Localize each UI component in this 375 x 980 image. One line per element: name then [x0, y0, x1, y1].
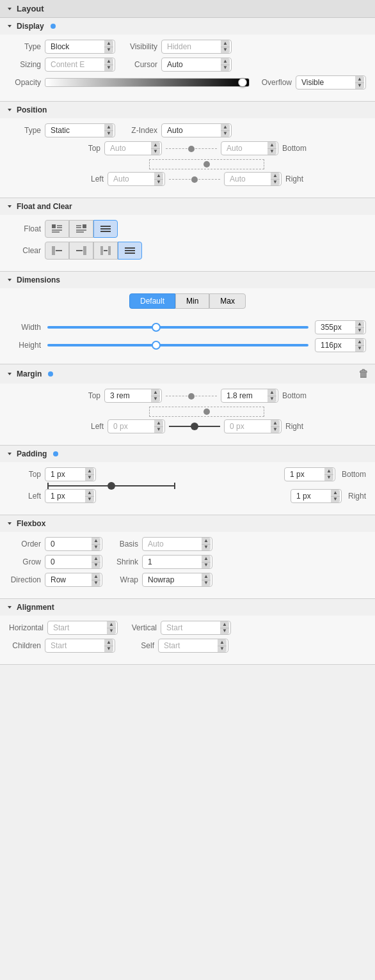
margin-left-input[interactable]: 0 px ▲ ▼	[108, 419, 165, 433]
visibility-label: Visibility	[119, 42, 157, 51]
self-select[interactable]: Start ▲ ▼	[158, 639, 228, 653]
horizontal-select[interactable]: Start ▲ ▼	[47, 621, 118, 635]
direction-select[interactable]: Row ▲ ▼	[45, 573, 102, 587]
float-left-btn[interactable]	[45, 220, 69, 238]
direction-label: Direction	[9, 575, 41, 584]
type-select[interactable]: Block ▲ ▼	[45, 40, 115, 54]
padding-hslider[interactable]	[47, 485, 366, 486]
cursor-label: Cursor	[119, 60, 157, 69]
visibility-up[interactable]: ▲	[221, 40, 230, 47]
overflow-down[interactable]: ▼	[355, 83, 364, 89]
type-stepper[interactable]: ▲ ▼	[104, 40, 113, 53]
trash-button[interactable]: 🗑	[358, 368, 369, 380]
dimensions-section: Dimensions Default Min Max Width	[0, 272, 375, 364]
cursor-stepper[interactable]: ▲ ▼	[221, 58, 230, 71]
sizing-select[interactable]: Content E ▲ ▼	[45, 58, 115, 72]
type-down[interactable]: ▼	[104, 47, 113, 54]
cursor-up[interactable]: ▲	[221, 58, 230, 65]
margin-diagram	[47, 407, 366, 417]
grow-input[interactable]: 0 ▲ ▼	[45, 555, 102, 569]
padding-left-row: Left 1 px ▲ ▼ 1 px ▲ ▼ Right	[9, 489, 366, 503]
zindex-stepper[interactable]: ▲ ▼	[221, 124, 230, 137]
basis-label: Basis	[106, 540, 138, 548]
bottom-select[interactable]: Auto ▲ ▼	[221, 141, 278, 155]
padding-top-input[interactable]: 1 px ▲ ▼	[45, 467, 96, 481]
left-slider-dot	[191, 176, 198, 183]
vertical-select[interactable]: Start ▲ ▼	[161, 621, 231, 635]
shrink-input[interactable]: 1 ▲ ▼	[142, 555, 212, 569]
visibility-stepper[interactable]: ▲ ▼	[221, 40, 230, 53]
basis-select[interactable]: Auto ▲ ▼	[142, 537, 212, 551]
top-dashed-line	[166, 148, 217, 149]
top-select[interactable]: Auto ▲ ▼	[104, 141, 162, 155]
overflow-select[interactable]: Visible ▲ ▼	[296, 75, 366, 89]
alignment-label: Alignment	[17, 603, 54, 612]
svg-marker-28	[8, 373, 12, 375]
flexbox-direction-row: Direction Row ▲ ▼ Wrap Nowrap ▲ ▼	[9, 573, 366, 587]
order-input[interactable]: 0 ▲ ▼	[45, 537, 102, 551]
sizing-up[interactable]: ▲	[104, 58, 113, 65]
height-slider[interactable]	[45, 344, 311, 346]
margin-top-input[interactable]: 3 rem ▲ ▼	[104, 389, 162, 403]
top-slider-dot	[188, 146, 195, 152]
svg-marker-27	[8, 279, 12, 281]
type-up[interactable]: ▲	[104, 40, 113, 47]
clear-toggle-group	[45, 242, 142, 260]
padding-center-thumb	[108, 482, 115, 490]
overflow-stepper[interactable]: ▲ ▼	[355, 76, 364, 89]
visibility-select[interactable]: Hidden ▲ ▼	[161, 40, 232, 54]
padding-right-input[interactable]: 1 px ▲ ▼	[291, 489, 342, 503]
margin-right-input[interactable]: 0 px ▲ ▼	[224, 419, 282, 433]
svg-rect-22	[108, 246, 111, 255]
pos-left-row: Left Auto ▲ ▼ Auto ▲ ▼	[9, 172, 366, 186]
margin-content: Top 3 rem ▲ ▼ 1.8 rem ▲ ▼	[0, 384, 375, 446]
padding-left-input[interactable]: 1 px ▲ ▼	[45, 489, 96, 503]
tab-default[interactable]: Default	[129, 293, 175, 309]
wrap-select[interactable]: Nowrap ▲ ▼	[142, 573, 212, 587]
panel-header: Layout	[0, 0, 375, 18]
float-label: Float and Clear	[17, 202, 72, 211]
sizing-stepper[interactable]: ▲ ▼	[104, 58, 113, 71]
padding-bottom-input[interactable]: 1 px ▲ ▼	[284, 467, 335, 481]
clear-right-btn[interactable]	[69, 242, 93, 260]
vertical-label: Vertical	[122, 623, 157, 632]
float-header: Float and Clear	[0, 198, 375, 215]
padding-chevron-icon	[6, 451, 13, 457]
float-none-btn[interactable]	[93, 220, 118, 238]
tab-min[interactable]: Min	[175, 293, 209, 309]
padding-left-label: Left	[9, 492, 41, 501]
sizing-down[interactable]: ▼	[104, 65, 113, 72]
height-input[interactable]: 116px ▲ ▼	[315, 338, 366, 352]
height-label: Height	[9, 341, 41, 350]
pos-type-select[interactable]: Static ▲ ▼	[45, 123, 115, 137]
width-thumb	[152, 323, 161, 332]
width-slider[interactable]	[45, 326, 311, 329]
margin-bottom-input[interactable]: 1.8 rem ▲ ▼	[221, 389, 278, 403]
clear-left-btn[interactable]	[45, 242, 69, 260]
margin-bottom-label: Bottom	[282, 391, 307, 400]
overflow-up[interactable]: ▲	[355, 76, 364, 83]
left-select[interactable]: Auto ▲ ▼	[108, 172, 165, 186]
panel-title: Layout	[17, 4, 44, 13]
svg-rect-21	[100, 246, 103, 255]
clear-none-btn[interactable]	[118, 242, 142, 260]
zindex-select[interactable]: Auto ▲ ▼	[161, 123, 232, 137]
svg-marker-1	[8, 25, 12, 27]
display-dot	[51, 24, 56, 29]
top-label: Top	[68, 144, 100, 153]
right-select[interactable]: Auto ▲ ▼	[224, 172, 282, 186]
float-row-label: Float	[9, 224, 41, 233]
opacity-slider[interactable]	[45, 76, 250, 89]
cursor-select[interactable]: Auto ▲ ▼	[161, 58, 232, 72]
pos-type-stepper[interactable]: ▲ ▼	[104, 124, 113, 137]
tab-max[interactable]: Max	[209, 293, 246, 309]
children-select[interactable]: Start ▲ ▼	[45, 639, 115, 653]
clear-both-btn[interactable]	[93, 242, 118, 260]
cursor-down[interactable]: ▼	[221, 65, 230, 72]
float-right-btn[interactable]	[69, 220, 93, 238]
visibility-down[interactable]: ▼	[221, 47, 230, 54]
alignment-section: Alignment Horizontal Start ▲ ▼ Vertical …	[0, 599, 375, 665]
width-input[interactable]: 355px ▲ ▼	[315, 320, 366, 334]
svg-rect-19	[83, 246, 86, 255]
pos-type-label: Type	[9, 126, 41, 135]
